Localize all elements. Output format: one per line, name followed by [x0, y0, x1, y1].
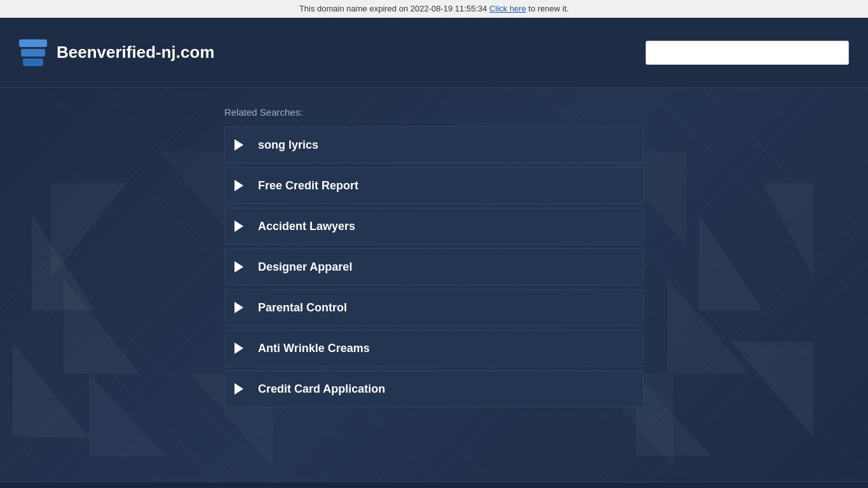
search-items-list: song lyricsFree Credit ReportAccident La… [224, 126, 644, 407]
logo-area: Beenverified-nj.com [19, 39, 215, 66]
svg-marker-6 [667, 278, 750, 374]
search-item[interactable]: Parental Control [224, 289, 644, 326]
svg-marker-1 [64, 278, 140, 374]
play-icon [234, 261, 243, 273]
svg-marker-0 [32, 215, 95, 310]
related-searches-heading: Related Searches: [224, 107, 644, 118]
search-item-label: Accident Lawyers [253, 220, 355, 233]
logo-layer-3 [23, 58, 43, 66]
search-item-label: Designer Apparel [253, 261, 352, 274]
search-item-arrow-icon [225, 249, 253, 285]
play-icon [234, 302, 243, 313]
svg-marker-2 [51, 183, 127, 278]
footer-bar: Related Searches: song lyricsFree Credit… [0, 482, 868, 488]
search-item-label: Credit Card Application [253, 383, 385, 396]
play-icon [234, 180, 243, 191]
search-item[interactable]: Accident Lawyers [224, 208, 644, 245]
renew-link[interactable]: Click here [489, 4, 526, 13]
search-item-arrow-icon [225, 290, 253, 325]
search-input[interactable] [646, 41, 849, 65]
play-icon [234, 383, 243, 395]
search-item[interactable]: song lyrics [224, 126, 644, 163]
logo-layer-1 [19, 39, 47, 47]
search-item[interactable]: Designer Apparel [224, 248, 644, 285]
play-icon [234, 342, 243, 354]
search-item-label: Parental Control [253, 301, 347, 315]
notification-bar: This domain name expired on 2022-08-19 1… [0, 0, 868, 18]
svg-marker-3 [13, 342, 89, 437]
search-item[interactable]: Credit Card Application [224, 370, 644, 407]
svg-marker-7 [763, 183, 813, 278]
logo-icon [19, 39, 47, 66]
search-item-arrow-icon [225, 127, 253, 163]
search-item-arrow-icon [225, 371, 253, 407]
svg-marker-8 [731, 342, 813, 437]
header: Beenverified-nj.com [0, 18, 868, 88]
play-icon [234, 139, 243, 151]
search-item-arrow-icon [225, 168, 253, 203]
play-icon [234, 220, 243, 232]
main-content: Related Searches: song lyricsFree Credit… [0, 88, 868, 482]
logo-layer-2 [21, 49, 45, 57]
svg-marker-4 [89, 374, 165, 456]
search-item-label: song lyrics [253, 139, 318, 152]
search-item-label: Anti Wrinkle Creams [253, 342, 370, 355]
site-title: Beenverified-nj.com [57, 43, 215, 62]
search-item[interactable]: Free Credit Report [224, 167, 644, 204]
search-item-arrow-icon [225, 208, 253, 244]
notification-suffix: to renew it. [526, 4, 569, 13]
svg-marker-5 [699, 215, 763, 310]
search-item-label: Free Credit Report [253, 179, 358, 193]
content-container: Related Searches: song lyricsFree Credit… [212, 107, 656, 407]
notification-text: This domain name expired on 2022-08-19 1… [299, 4, 487, 13]
search-item[interactable]: Anti Wrinkle Creams [224, 330, 644, 367]
search-item-arrow-icon [225, 330, 253, 366]
